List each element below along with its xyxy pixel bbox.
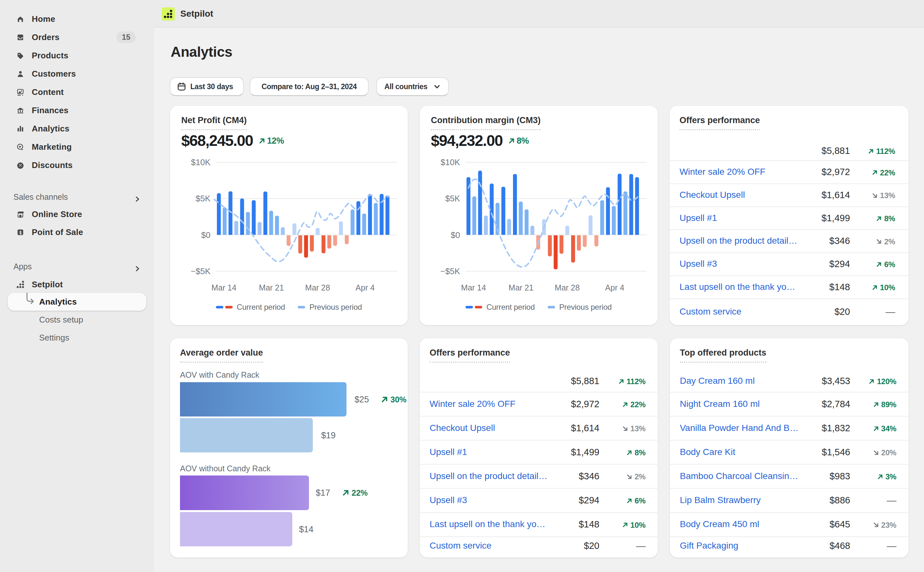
svg-text:$10K: $10K [191,157,210,167]
svg-text:−$5K: −$5K [191,266,211,276]
svg-text:Mar 21: Mar 21 [508,283,534,292]
svg-text:Mar 21: Mar 21 [259,283,284,292]
svg-text:Mar 28: Mar 28 [305,283,330,292]
svg-text:$0: $0 [451,230,460,240]
svg-text:−$5K: −$5K [441,266,460,276]
svg-text:$5K: $5K [196,194,211,203]
svg-text:Mar 14: Mar 14 [461,283,486,292]
svg-text:Mar 14: Mar 14 [212,283,237,292]
svg-text:Apr 4: Apr 4 [605,283,624,292]
svg-text:$10K: $10K [441,157,460,167]
svg-text:Apr 4: Apr 4 [355,283,375,292]
svg-text:$0: $0 [201,230,210,240]
svg-text:Mar 28: Mar 28 [555,283,580,292]
svg-text:$5K: $5K [445,194,460,203]
